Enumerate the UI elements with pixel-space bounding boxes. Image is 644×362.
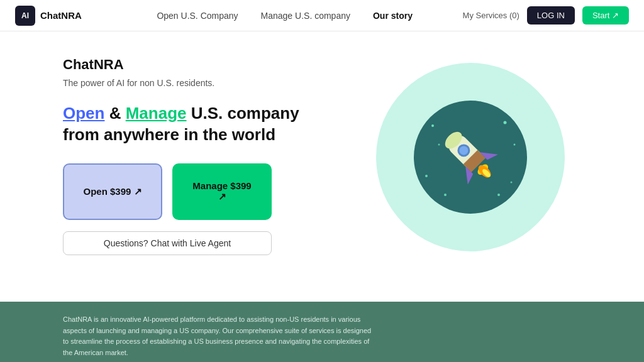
chat-agent-button[interactable]: Questions? Chat with Live Agent [63, 231, 272, 255]
nav-right: My Services (0) LOG IN Start ↗ [463, 6, 629, 25]
my-services-link[interactable]: My Services (0) [463, 11, 519, 20]
rocket-illustration [376, 63, 565, 251]
logo-text: ChatNRA [40, 10, 82, 21]
svg-point-1 [431, 124, 434, 127]
svg-point-5 [511, 182, 513, 184]
site-subtitle: The power of AI for non U.S. residents. [63, 78, 335, 88]
left-section: ChatNRA The power of AI for non U.S. res… [63, 57, 335, 255]
svg-point-4 [425, 175, 428, 177]
navbar: AI ChatNRA Open U.S. Company Manage U.S.… [0, 0, 644, 31]
nav-manage-company[interactable]: Manage U.S. company [261, 11, 350, 21]
footer: ChatNRA is an innovative AI-powered plat… [0, 302, 644, 362]
logo-area[interactable]: AI ChatNRA [15, 6, 82, 26]
manage-company-button[interactable]: Manage $399 ↗ [172, 163, 272, 220]
right-section [335, 57, 606, 251]
svg-point-3 [514, 144, 516, 146]
svg-point-8 [497, 194, 500, 196]
svg-point-2 [504, 121, 507, 124]
footer-text: ChatNRA is an innovative AI-powered plat… [63, 314, 377, 358]
manage-word: Manage [126, 104, 187, 123]
rocket-svg [408, 94, 533, 220]
nav-links: Open U.S. Company Manage U.S. company Ou… [107, 11, 463, 21]
open-word: Open [63, 104, 104, 123]
cta-buttons: Open $399 ↗ Manage $399 ↗ [63, 163, 335, 220]
nav-open-company[interactable]: Open U.S. Company [157, 11, 238, 21]
main-content: ChatNRA The power of AI for non U.S. res… [0, 31, 644, 302]
start-button[interactable]: Start ↗ [582, 6, 629, 25]
hero-heading: Open & Manage U.S. company from anywhere… [63, 103, 335, 146]
conjunction: & [104, 104, 125, 123]
open-company-button[interactable]: Open $399 ↗ [63, 163, 162, 220]
svg-point-6 [444, 194, 447, 196]
nav-our-story[interactable]: Our story [373, 11, 413, 21]
login-button[interactable]: LOG IN [527, 6, 575, 25]
site-title: ChatNRA [63, 57, 335, 73]
logo-icon: AI [15, 6, 35, 26]
svg-point-7 [438, 144, 440, 146]
